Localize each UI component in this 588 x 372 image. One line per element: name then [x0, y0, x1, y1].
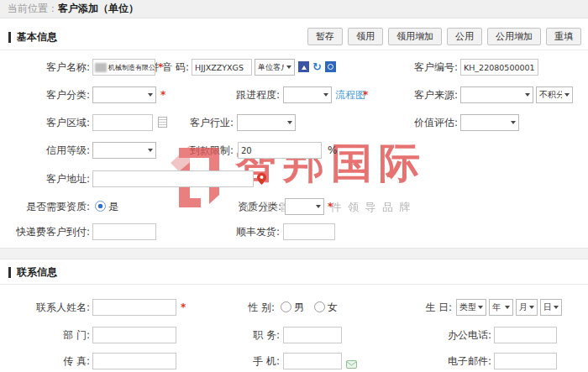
label-contact-name: 联系人姓名:	[0, 299, 90, 316]
payment-limit-input[interactable]	[238, 142, 322, 159]
label-office-phone: 办公电话:	[403, 327, 491, 343]
radio-yes[interactable]	[95, 201, 106, 212]
customer-add-page: 当前位置：客户添加（单位） 基本信息 暂存 领用 领用增加 公用 公用增加 重填…	[0, 0, 588, 372]
points-value: 不积分	[539, 89, 562, 101]
value-assessment-select[interactable]	[460, 114, 519, 131]
chevron-down-icon	[554, 306, 559, 309]
follow-degree-select[interactable]	[283, 86, 332, 103]
receive-add-button[interactable]: 领用增加	[388, 28, 442, 45]
chevron-down-icon	[511, 121, 516, 124]
email-input[interactable]	[494, 353, 557, 369]
sf-delivery-input[interactable]	[283, 223, 335, 240]
region-list-icon[interactable]	[158, 117, 167, 128]
label-payment-limit: 到款限制:	[147, 142, 234, 159]
history-icon[interactable]	[325, 61, 336, 72]
chevron-down-icon	[525, 93, 530, 97]
pinyin-input[interactable]	[192, 59, 252, 76]
receive-button[interactable]: 领用	[348, 28, 383, 45]
gender-radio-group: 男 女	[281, 299, 338, 316]
customer-region-input[interactable]	[92, 114, 153, 131]
express-fee-input[interactable]	[92, 223, 156, 240]
radio-male[interactable]	[281, 301, 291, 312]
customer-category-select[interactable]	[92, 86, 156, 103]
points-select[interactable]: 不积分	[536, 86, 573, 103]
label-customer-address: 客户地址:	[0, 170, 90, 187]
label-follow-degree: 跟进程度:	[193, 86, 280, 103]
department-input[interactable]	[92, 327, 176, 343]
customer-address-input[interactable]	[92, 170, 254, 187]
label-qualification-category: 资质分类:	[195, 198, 281, 215]
mobile-input[interactable]	[283, 353, 342, 369]
label-mobile: 手 机:	[214, 353, 280, 369]
chevron-down-icon	[505, 306, 510, 309]
birthday-month-select[interactable]: 月	[516, 299, 538, 316]
section-contact-title: 联系信息	[17, 265, 57, 280]
label-sf-delivery: 顺丰发货:	[193, 223, 280, 240]
divider	[0, 50, 588, 50]
customer-type-value: 单位客户	[258, 62, 284, 73]
chevron-down-icon	[287, 121, 292, 124]
map-pin-icon[interactable]	[257, 173, 266, 187]
section-basic-title: 基本信息	[17, 30, 57, 45]
section-bar	[8, 32, 11, 43]
customer-source-select[interactable]	[460, 86, 533, 103]
breadcrumb-current: 客户添加（单位）	[58, 3, 139, 14]
chevron-down-icon	[286, 65, 291, 69]
photo-icon[interactable]	[298, 61, 309, 72]
radio-female[interactable]	[314, 301, 325, 312]
label-customer-source: 客户来源:	[370, 86, 458, 103]
label-express-fee: 快递费客户到付:	[0, 223, 90, 240]
radio-male-label: 男	[294, 301, 304, 313]
breadcrumb: 当前位置：客户添加（单位）	[0, 0, 588, 18]
customer-type-select[interactable]: 单位客户	[255, 59, 295, 76]
contact-name-input[interactable]	[92, 299, 176, 316]
label-customer-region: 客户区域:	[0, 114, 90, 131]
chevron-down-icon	[148, 149, 153, 152]
label-position: 职 务:	[214, 327, 280, 343]
birthday-type-select[interactable]: 类型	[456, 299, 486, 316]
label-credit-rating: 信用等级:	[0, 142, 90, 159]
chevron-down-icon	[564, 93, 570, 97]
flow-chart-link[interactable]: 流程图	[335, 86, 365, 103]
section-basic-info: 基本信息	[8, 30, 57, 45]
public-add-button[interactable]: 公用增加	[487, 28, 541, 45]
temp-save-button[interactable]: 暂存	[307, 28, 343, 45]
toolbar: 暂存 领用 领用增加 公用 公用增加 重填	[307, 28, 581, 45]
position-input[interactable]	[283, 327, 342, 343]
label-need-qualification: 是否需要资质:	[0, 198, 90, 215]
qualification-category-select[interactable]	[285, 198, 324, 215]
birthday-day-select[interactable]: 日	[540, 299, 562, 316]
credit-rating-select[interactable]	[92, 142, 156, 159]
label-department: 部 门:	[0, 327, 90, 343]
sms-icon[interactable]	[346, 359, 357, 371]
section-separator	[0, 248, 588, 259]
birthday-year-select[interactable]: 年	[489, 299, 513, 316]
divider	[0, 284, 588, 285]
chevron-down-icon	[478, 306, 483, 309]
customer-name-value: 机械制造有限公司	[108, 63, 155, 72]
sync-icon[interactable]: ↻	[312, 61, 323, 72]
chevron-down-icon	[529, 306, 534, 309]
label-gender: 性 别:	[214, 299, 275, 316]
public-button[interactable]: 公用	[447, 28, 482, 45]
chevron-down-icon	[148, 93, 153, 97]
required-mark: *	[160, 86, 165, 103]
reset-button[interactable]: 重填	[546, 28, 581, 45]
breadcrumb-prefix: 当前位置：	[8, 3, 58, 14]
customer-name-input[interactable]: 机械制造有限公司	[92, 59, 155, 76]
office-phone-input[interactable]	[494, 327, 557, 343]
label-email: 电子邮件:	[403, 353, 491, 369]
required-mark: *	[158, 59, 163, 76]
section-bar	[8, 267, 11, 278]
need-qualification-radio-group: 是	[95, 198, 118, 215]
percent-suffix: %	[328, 142, 337, 159]
radio-yes-label: 是	[108, 201, 118, 212]
radio-female-label: 女	[328, 301, 338, 313]
chevron-down-icon	[316, 205, 321, 208]
fax-input[interactable]	[92, 353, 176, 369]
label-customer-no: 客户编号:	[370, 59, 458, 76]
customer-no-input[interactable]	[460, 59, 538, 76]
section-contact-info: 联系信息	[8, 265, 57, 280]
customer-industry-select[interactable]	[237, 114, 296, 131]
label-fax: 传 真:	[0, 353, 90, 369]
